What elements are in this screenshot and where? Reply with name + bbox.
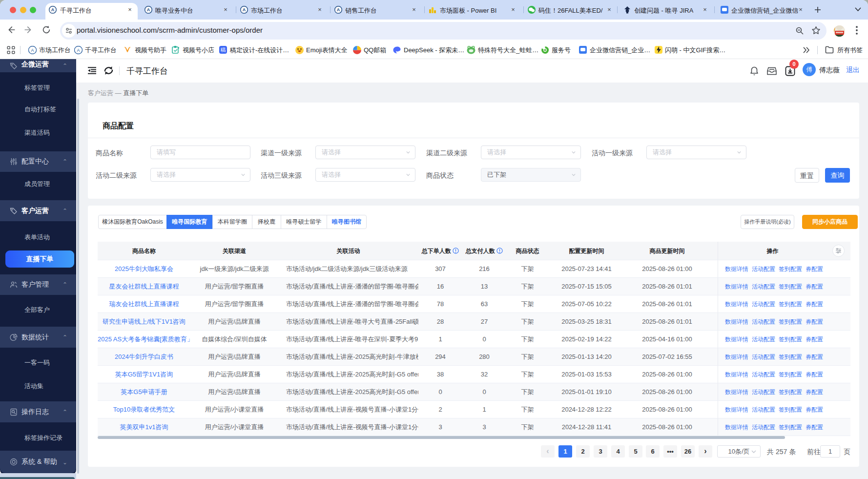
svg-text:A: A: [51, 7, 55, 12]
svg-text:A: A: [243, 7, 246, 12]
svg-text:A: A: [31, 48, 34, 53]
svg-text:A: A: [337, 7, 340, 12]
svg-text:A: A: [77, 48, 80, 53]
svg-text:A: A: [147, 7, 150, 12]
